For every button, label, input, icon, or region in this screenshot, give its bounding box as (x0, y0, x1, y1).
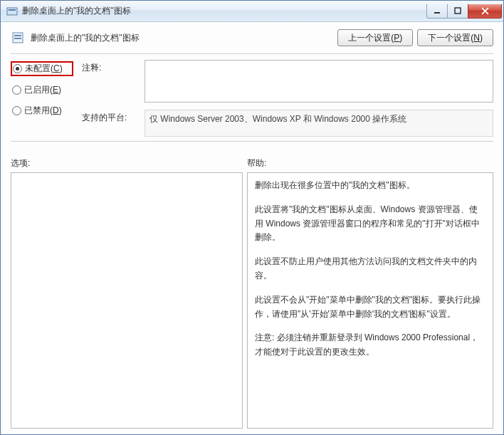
dialog-window: 删除桌面上的"我的文档"图标 删除桌面上的"我的文档"图标 (0, 0, 504, 435)
svg-rect-6 (14, 38, 21, 39)
radio-group: 未配置(C) 已启用(E) 已禁用(D) (11, 60, 73, 137)
svg-rect-1 (9, 9, 16, 11)
svg-rect-2 (434, 12, 440, 14)
radio-enabled[interactable]: 已启用(E) (11, 83, 73, 97)
svg-rect-0 (7, 8, 17, 15)
policy-title: 删除桌面上的"我的文档"图标 (31, 32, 332, 44)
comment-row: 注释: (82, 60, 493, 103)
next-setting-button[interactable]: 下一个设置(N) (417, 29, 493, 46)
supported-value: 仅 Windows Server 2003、Windows XP 和 Windo… (145, 110, 493, 137)
window-controls (427, 4, 502, 19)
radio-label: 未配置(C) (25, 63, 63, 75)
help-paragraph: 此设置不防止用户使用其他方法访问我的文档文件夹中的内容。 (255, 255, 485, 283)
maximize-button[interactable] (447, 4, 468, 19)
help-paragraph: 注意: 必须注销并重新登录到 Windows 2000 Professional… (255, 331, 485, 360)
close-button[interactable] (468, 4, 502, 19)
svg-rect-3 (455, 8, 461, 14)
right-config: 注释: 支持的平台: 仅 Windows Server 2003、Windows… (82, 60, 493, 137)
radio-label: 已禁用(D) (24, 105, 62, 117)
radio-not-configured[interactable]: 未配置(C) (11, 61, 73, 76)
divider (11, 141, 493, 142)
radio-label: 已启用(E) (24, 84, 61, 96)
options-panel (11, 172, 243, 429)
section-labels: 选项: 帮助: (11, 157, 493, 169)
app-icon (6, 6, 18, 17)
radio-dot-icon (13, 64, 22, 73)
help-label: 帮助: (247, 157, 493, 169)
svg-rect-5 (14, 35, 21, 36)
options-label: 选项: (11, 157, 247, 169)
minimize-button[interactable] (426, 4, 448, 19)
comment-label: 注释: (82, 60, 139, 74)
supported-label: 支持的平台: (82, 110, 139, 124)
radio-dot-icon (12, 85, 21, 95)
panels-row: 删除出现在很多位置中的"我的文档"图标。 此设置将"我的文档"图标从桌面、Win… (11, 172, 493, 429)
supported-row: 支持的平台: 仅 Windows Server 2003、Windows XP … (82, 110, 493, 137)
radio-dot-icon (12, 106, 21, 115)
header-row: 删除桌面上的"我的文档"图标 上一个设置(P) 下一个设置(N) (11, 29, 493, 46)
nav-buttons: 上一个设置(P) 下一个设置(N) (337, 29, 493, 46)
dialog-content: 删除桌面上的"我的文档"图标 上一个设置(P) 下一个设置(N) 未配置(C) (1, 22, 503, 434)
help-paragraph: 此设置将"我的文档"图标从桌面、Windows 资源管理器、使用 Windows… (255, 203, 485, 245)
titlebar[interactable]: 删除桌面上的"我的文档"图标 (1, 1, 503, 22)
help-paragraph: 此设置不会从"开始"菜单中删除"我的文档"图标。要执行此操作，请使用"从'开始'… (255, 293, 485, 322)
config-area: 未配置(C) 已启用(E) 已禁用(D) 注释: 支持的平台: (11, 60, 493, 137)
help-paragraph: 删除出现在很多位置中的"我的文档"图标。 (255, 179, 485, 193)
help-panel: 删除出现在很多位置中的"我的文档"图标。 此设置将"我的文档"图标从桌面、Win… (247, 172, 493, 429)
policy-icon (11, 31, 25, 45)
divider (11, 53, 493, 54)
comment-input[interactable] (145, 60, 493, 103)
prev-setting-button[interactable]: 上一个设置(P) (337, 29, 413, 46)
radio-disabled[interactable]: 已禁用(D) (11, 104, 73, 117)
window-title: 删除桌面上的"我的文档"图标 (22, 5, 423, 17)
